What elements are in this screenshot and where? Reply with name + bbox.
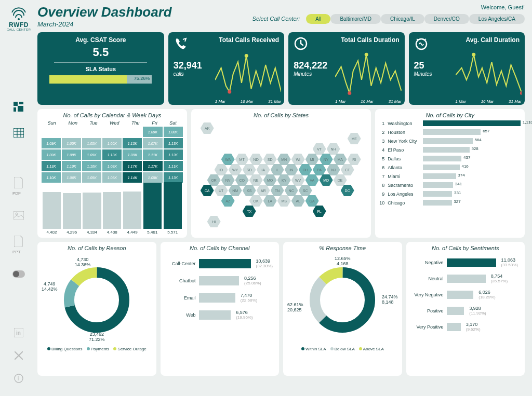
state-hex-ks[interactable]: KS: [243, 185, 256, 196]
state-hex-ky[interactable]: KY: [277, 174, 291, 186]
state-hex-ia[interactable]: IA: [257, 164, 270, 175]
theme-toggle[interactable]: [12, 268, 25, 280]
cal-total-bar[interactable]: 4,402: [43, 192, 61, 235]
filter-chicagoil[interactable]: Chicago/IL: [381, 14, 424, 24]
filter-all[interactable]: All: [306, 14, 330, 24]
cal-cell[interactable]: [102, 127, 122, 137]
city-row[interactable]: 8Sacramento341: [379, 182, 521, 188]
cal-total-bar[interactable]: 4,296: [63, 193, 81, 235]
cal-cell[interactable]: 1.17K: [143, 161, 162, 171]
channel-row[interactable]: Web6,576(19.96%): [165, 310, 275, 320]
state-hex-wa[interactable]: WA: [221, 154, 235, 165]
pdf-icon[interactable]: [12, 176, 25, 189]
cal-cell[interactable]: 1.07K: [143, 138, 162, 148]
cal-cell[interactable]: 1.09K: [143, 127, 162, 137]
state-hex-vt[interactable]: VT: [313, 143, 326, 155]
state-hex-ca[interactable]: CA: [201, 185, 214, 196]
channel-row[interactable]: Call-Center10,639(32.30%): [165, 258, 275, 268]
state-hex-pa[interactable]: PA: [313, 164, 326, 175]
city-row[interactable]: 6Atlanta416: [379, 165, 521, 170]
cal-cell[interactable]: 1.06K: [62, 172, 81, 183]
state-hex-co[interactable]: CO: [235, 174, 249, 186]
state-hex-oh[interactable]: OH: [299, 164, 312, 175]
cal-total-bar[interactable]: 4,449: [123, 192, 141, 235]
sentiment-row[interactable]: Very Positive3,170(9.62%): [410, 322, 521, 332]
state-hex-mn[interactable]: MN: [277, 154, 291, 165]
image-icon[interactable]: [12, 209, 25, 222]
city-row[interactable]: 4El Paso528: [379, 147, 521, 153]
state-hex-ri[interactable]: RI: [348, 154, 361, 165]
state-hex-id[interactable]: ID: [215, 164, 228, 175]
cal-cell[interactable]: 1.05K: [102, 138, 122, 148]
channel-row[interactable]: Email7,470(22.68%): [165, 293, 275, 303]
cal-cell[interactable]: 1.13K: [102, 149, 122, 160]
sentiment-row[interactable]: Very Negative6,026(18.29%): [410, 290, 521, 299]
state-hex-wi[interactable]: WI: [291, 154, 305, 165]
state-hex-hi[interactable]: HI: [207, 216, 221, 227]
cal-total-bar[interactable]: 5,571: [164, 182, 182, 235]
state-hex-il[interactable]: IL: [271, 164, 284, 175]
state-hex-la[interactable]: LA: [263, 195, 277, 207]
cal-cell[interactable]: 1.13K: [164, 172, 183, 183]
linkedin-icon[interactable]: in: [12, 326, 25, 339]
state-hex-de[interactable]: DE: [334, 174, 347, 186]
cal-total-bar[interactable]: 4,408: [103, 192, 121, 235]
cal-cell[interactable]: 1.09K: [42, 138, 61, 148]
state-hex-dc[interactable]: DC: [341, 185, 354, 196]
state-hex-tx[interactable]: TX: [243, 206, 256, 217]
cal-cell[interactable]: 1.10K: [42, 172, 61, 183]
cal-cell[interactable]: 1.09K: [82, 149, 101, 160]
table-icon[interactable]: [12, 127, 25, 139]
state-hex-mo[interactable]: MO: [263, 174, 277, 186]
state-hex-or[interactable]: OR: [207, 174, 221, 186]
city-row[interactable]: 2Houston657: [379, 129, 521, 135]
state-hex-fl[interactable]: FL: [313, 206, 326, 217]
cal-cell[interactable]: 1.13K: [42, 161, 61, 171]
dashboard-icon[interactable]: [12, 101, 25, 113]
sentiment-row[interactable]: Neutral8,754(26.57%): [410, 274, 521, 283]
state-hex-az[interactable]: AZ: [221, 195, 235, 207]
info-icon[interactable]: i: [12, 372, 25, 385]
state-hex-mt[interactable]: MT: [235, 154, 249, 165]
state-hex-ms[interactable]: MS: [277, 195, 291, 207]
cal-cell[interactable]: 1.09K: [42, 149, 61, 160]
cal-cell[interactable]: 1.10K: [62, 161, 81, 171]
cal-cell[interactable]: 1.11K: [143, 149, 162, 160]
city-row[interactable]: 5Dallas437: [379, 156, 521, 161]
state-hex-wy[interactable]: WY: [229, 164, 242, 175]
cal-cell[interactable]: 1.10K: [82, 161, 101, 171]
state-hex-sd[interactable]: SD: [243, 164, 256, 175]
cal-cell[interactable]: 1.17K: [123, 161, 142, 171]
city-row[interactable]: 9Los Angeles331: [379, 191, 521, 197]
state-hex-va[interactable]: VA: [305, 174, 319, 186]
x-icon[interactable]: [12, 349, 25, 362]
filter-losangelesca[interactable]: Los Angeles/CA: [469, 14, 525, 24]
state-hex-md[interactable]: MD: [320, 174, 333, 186]
cal-cell[interactable]: 1.11K: [164, 161, 183, 171]
channel-row[interactable]: Chatbot8,256(25.06%): [165, 276, 275, 285]
cal-cell[interactable]: 1.08K: [164, 127, 183, 137]
city-row[interactable]: 3New York City564: [379, 138, 521, 144]
state-hex-ne[interactable]: NE: [249, 174, 263, 186]
state-hex-sc[interactable]: SC: [299, 185, 312, 196]
state-hex-nv[interactable]: NV: [221, 174, 235, 186]
cal-cell[interactable]: 1.09K: [62, 149, 81, 160]
cal-cell[interactable]: 1.13K: [164, 138, 183, 148]
ppt-icon[interactable]: [12, 235, 25, 248]
cal-cell[interactable]: 1.05K: [82, 138, 101, 148]
state-hex-mi[interactable]: MI: [305, 154, 319, 165]
city-row[interactable]: 1Washington1,110: [379, 120, 521, 126]
cal-cell[interactable]: [62, 127, 81, 137]
state-hex-ar[interactable]: AR: [257, 185, 270, 196]
state-hex-wv[interactable]: WV: [291, 174, 305, 186]
state-hex-ak[interactable]: AK: [201, 122, 214, 134]
state-hex-ga[interactable]: GA: [305, 195, 319, 207]
filter-baltimoremd[interactable]: Baltimore/MD: [330, 14, 381, 24]
cal-cell[interactable]: 1.05K: [82, 172, 101, 183]
cal-cell[interactable]: 1.08K: [102, 161, 122, 171]
cal-cell[interactable]: 1.13K: [123, 138, 142, 148]
state-hex-tn[interactable]: TN: [271, 185, 284, 196]
filter-denverco[interactable]: Denver/CO: [424, 14, 469, 24]
state-hex-nm[interactable]: NM: [229, 185, 242, 196]
cal-cell[interactable]: 1.09K: [123, 149, 142, 160]
